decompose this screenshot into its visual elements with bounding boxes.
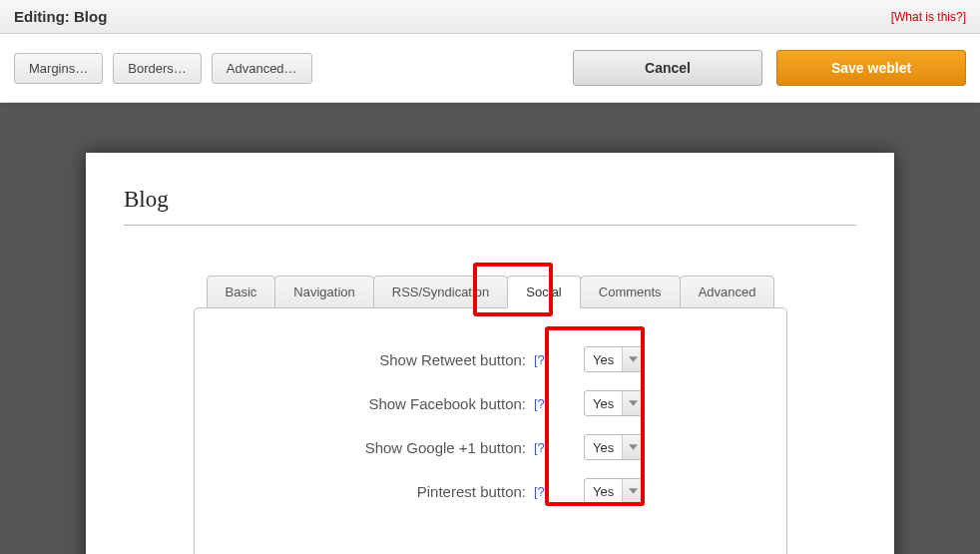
chevron-down-icon xyxy=(622,435,644,459)
help-facebook[interactable]: [?] xyxy=(534,396,554,411)
field-row-google: Show Google +1 button: [?] Yes xyxy=(225,434,756,460)
dropdown-pinterest[interactable]: Yes xyxy=(584,478,645,504)
help-google[interactable]: [?] xyxy=(534,440,554,455)
dropdown-facebook[interactable]: Yes xyxy=(584,390,645,416)
dropdown-google[interactable]: Yes xyxy=(584,434,645,460)
tab-comments[interactable]: Comments xyxy=(580,276,681,308)
save-weblet-button[interactable]: Save weblet xyxy=(776,50,966,86)
workspace: Blog Basic Navigation RSS/Syndication So… xyxy=(0,103,980,554)
header-bar: Editing: Blog [What is this?] xyxy=(0,0,980,34)
label-google: Show Google +1 button: xyxy=(306,439,526,456)
panel-title: Blog xyxy=(124,187,856,226)
chevron-down-icon xyxy=(622,479,644,503)
tab-content-social: Show Retweet button: [?] Yes Show Facebo… xyxy=(194,307,787,554)
dropdown-google-value: Yes xyxy=(585,435,622,459)
toolbar: Margins… Borders… Advanced… Cancel Save … xyxy=(0,34,980,103)
cancel-button[interactable]: Cancel xyxy=(573,50,762,86)
tab-navigation[interactable]: Navigation xyxy=(274,276,373,308)
chevron-down-icon xyxy=(622,391,644,415)
dropdown-retweet[interactable]: Yes xyxy=(584,346,645,372)
label-retweet: Show Retweet button: xyxy=(306,351,526,368)
dropdown-pinterest-value: Yes xyxy=(585,479,622,503)
what-is-this-link[interactable]: [What is this?] xyxy=(891,10,966,24)
label-pinterest: Pinterest button: xyxy=(306,483,526,500)
tab-advanced[interactable]: Advanced xyxy=(680,276,775,308)
editor-panel: Blog Basic Navigation RSS/Syndication So… xyxy=(86,153,894,554)
tab-basic[interactable]: Basic xyxy=(207,276,276,308)
borders-button[interactable]: Borders… xyxy=(113,53,202,84)
tab-rss-syndication[interactable]: RSS/Syndication xyxy=(373,276,509,308)
advanced-button[interactable]: Advanced… xyxy=(212,53,312,84)
dropdown-retweet-value: Yes xyxy=(585,347,622,371)
field-row-pinterest: Pinterest button: [?] Yes xyxy=(225,478,756,504)
field-row-facebook: Show Facebook button: [?] Yes xyxy=(225,390,756,416)
page-title: Editing: Blog xyxy=(14,8,107,25)
help-pinterest[interactable]: [?] xyxy=(534,484,554,499)
dropdown-facebook-value: Yes xyxy=(585,391,622,415)
field-row-retweet: Show Retweet button: [?] Yes xyxy=(225,346,756,372)
tab-bar: Basic Navigation RSS/Syndication Social … xyxy=(207,276,774,308)
chevron-down-icon xyxy=(622,347,644,371)
margins-button[interactable]: Margins… xyxy=(14,53,103,84)
help-retweet[interactable]: [?] xyxy=(534,352,554,367)
tab-social[interactable]: Social xyxy=(507,276,580,308)
label-facebook: Show Facebook button: xyxy=(306,395,526,412)
